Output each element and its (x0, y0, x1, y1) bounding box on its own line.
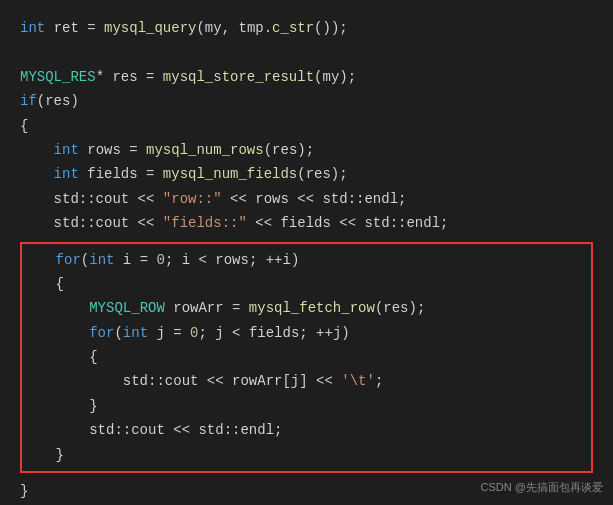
code-line-6: int rows = mysql_num_rows(res); (20, 138, 593, 162)
code-line-11: { (22, 272, 591, 296)
code-line-14: { (22, 345, 591, 369)
code-line-15: std::cout << rowArr[j] << '\t'; (22, 369, 591, 393)
code-line-16: } (22, 394, 591, 418)
code-line-12: MYSQL_ROW rowArr = mysql_fetch_row(res); (22, 296, 591, 320)
highlighted-code-block: for(int i = 0; i < rows; ++i) { MYSQL_RO… (20, 242, 593, 474)
code-line-8: std::cout << "row::" << rows << std::end… (20, 187, 593, 211)
code-container: int ret = mysql_query(my, tmp.c_str()); … (0, 0, 613, 505)
code-block: int ret = mysql_query(my, tmp.c_str()); … (20, 16, 593, 503)
code-line-2 (20, 40, 593, 64)
code-line-9: std::cout << "fields::" << fields << std… (20, 211, 593, 235)
code-line-5: { (20, 114, 593, 138)
code-line-18: } (22, 443, 591, 467)
code-line-10: for(int i = 0; i < rows; ++i) (22, 248, 591, 272)
watermark: CSDN @先搞面包再谈爱 (481, 479, 603, 497)
code-line-7: int fields = mysql_num_fields(res); (20, 162, 593, 186)
code-line-13: for(int j = 0; j < fields; ++j) (22, 321, 591, 345)
code-line-17: std::cout << std::endl; (22, 418, 591, 442)
code-line-3: MYSQL_RES* res = mysql_store_result(my); (20, 65, 593, 89)
code-line-1: int ret = mysql_query(my, tmp.c_str()); (20, 16, 593, 40)
code-line-4: if(res) (20, 89, 593, 113)
